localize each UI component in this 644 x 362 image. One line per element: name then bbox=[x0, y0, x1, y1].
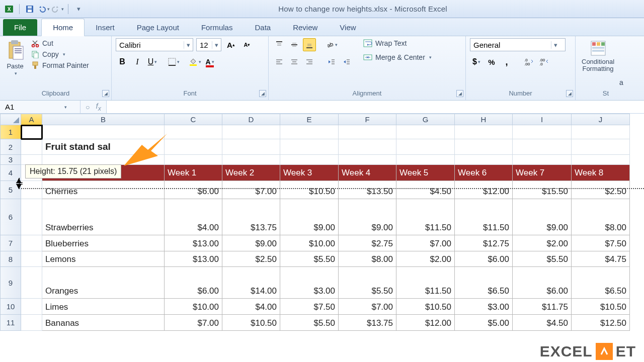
cell-D11[interactable]: $10.50 bbox=[222, 315, 280, 331]
cell-A6[interactable] bbox=[21, 199, 42, 235]
cell-H5[interactable]: $12.00 bbox=[455, 181, 513, 199]
font-size-combo[interactable]: ▾ bbox=[196, 38, 221, 51]
cell-F1[interactable] bbox=[339, 125, 396, 139]
cell-A2[interactable] bbox=[21, 139, 42, 155]
row-header-3[interactable]: 3 bbox=[0, 155, 21, 165]
cell-E9[interactable]: $3.00 bbox=[280, 267, 339, 299]
column-header-D[interactable]: D bbox=[222, 114, 280, 125]
bold-button[interactable]: B bbox=[116, 55, 129, 68]
cell-G11[interactable]: $12.00 bbox=[396, 315, 455, 331]
cell-J5[interactable]: $2.50 bbox=[572, 181, 630, 199]
row-header-7[interactable]: 7 bbox=[0, 235, 21, 251]
cell-J10[interactable]: $10.50 bbox=[572, 299, 630, 315]
format-painter-button[interactable]: Format Painter bbox=[29, 60, 91, 70]
cell-J9[interactable]: $6.50 bbox=[572, 267, 630, 299]
cell-J6[interactable]: $8.00 bbox=[572, 199, 630, 235]
cell-I5[interactable]: $15.50 bbox=[513, 181, 572, 199]
orientation-button[interactable]: ab▾ bbox=[325, 38, 338, 51]
cell-E7[interactable]: $10.00 bbox=[280, 235, 339, 251]
font-name-combo[interactable]: ▾ bbox=[116, 38, 193, 51]
cell-F5[interactable]: $13.50 bbox=[339, 181, 396, 199]
cell-C6[interactable]: $4.00 bbox=[165, 199, 222, 235]
excel-icon[interactable]: X bbox=[3, 3, 15, 15]
cell-C11[interactable]: $7.00 bbox=[165, 315, 222, 331]
cell-G9[interactable]: $11.50 bbox=[396, 267, 455, 299]
cell-F11[interactable]: $13.75 bbox=[339, 315, 396, 331]
row-header-11[interactable]: 11 bbox=[0, 315, 21, 331]
align-right-button[interactable] bbox=[303, 55, 316, 68]
cell-G1[interactable] bbox=[396, 125, 455, 139]
cell-E8[interactable]: $5.50 bbox=[280, 251, 339, 267]
cell-J7[interactable]: $7.50 bbox=[572, 235, 630, 251]
cell-H10[interactable]: $3.00 bbox=[455, 299, 513, 315]
tab-formulas[interactable]: Formulas bbox=[190, 19, 244, 36]
cell-G7[interactable]: $7.00 bbox=[396, 235, 455, 251]
cell-E10[interactable]: $7.50 bbox=[280, 299, 339, 315]
cell-J11[interactable]: $12.50 bbox=[572, 315, 630, 331]
cancel-icon[interactable]: ○ bbox=[86, 103, 90, 111]
cell-E6[interactable]: $9.00 bbox=[280, 199, 339, 235]
cell-I2[interactable] bbox=[513, 139, 572, 155]
chevron-down-icon[interactable]: ▾ bbox=[184, 41, 193, 49]
cell-B5[interactable]: Cherries bbox=[42, 181, 165, 199]
cell-B10[interactable]: Limes bbox=[42, 299, 165, 315]
column-header-J[interactable]: J bbox=[572, 114, 630, 125]
tab-review[interactable]: Review bbox=[282, 19, 329, 36]
cell-D3[interactable] bbox=[222, 155, 280, 165]
row-header-1[interactable]: 1 bbox=[0, 125, 21, 139]
cell-A11[interactable] bbox=[21, 315, 42, 331]
underline-button[interactable]: U▾ bbox=[146, 55, 159, 68]
cell-F8[interactable]: $8.00 bbox=[339, 251, 396, 267]
cell-I10[interactable]: $11.75 bbox=[513, 299, 572, 315]
cell-G10[interactable]: $10.50 bbox=[396, 299, 455, 315]
number-format-combo[interactable]: ▾ bbox=[470, 38, 566, 51]
cell-B7[interactable]: Blueberries bbox=[42, 235, 165, 251]
tab-page-layout[interactable]: Page Layout bbox=[126, 19, 190, 36]
cell-D5[interactable]: $7.00 bbox=[222, 181, 280, 199]
redo-icon[interactable]: ▾ bbox=[52, 3, 64, 15]
grow-font-button[interactable]: A▴ bbox=[224, 38, 237, 51]
alignment-dialog-launcher[interactable]: ◢ bbox=[456, 90, 463, 97]
cell-F4[interactable]: Week 4 bbox=[339, 165, 396, 181]
cell-F6[interactable]: $9.00 bbox=[339, 199, 396, 235]
shrink-font-button[interactable]: A▾ bbox=[240, 38, 254, 51]
tab-home[interactable]: Home bbox=[41, 19, 85, 36]
cell-C7[interactable]: $13.00 bbox=[165, 235, 222, 251]
cell-E4[interactable]: Week 3 bbox=[280, 165, 339, 181]
cell-F2[interactable] bbox=[339, 139, 396, 155]
tab-data[interactable]: Data bbox=[244, 19, 282, 36]
cell-A5[interactable] bbox=[21, 181, 42, 199]
cell-A9[interactable] bbox=[21, 267, 42, 299]
cell-I1[interactable] bbox=[513, 125, 572, 139]
column-header-A[interactable]: A bbox=[21, 114, 42, 125]
increase-indent-button[interactable] bbox=[340, 55, 353, 68]
paste-button[interactable]: Paste ▾ bbox=[4, 38, 26, 77]
cell-J1[interactable] bbox=[572, 125, 630, 139]
cell-B11[interactable]: Bananas bbox=[42, 315, 165, 331]
cell-H7[interactable]: $12.75 bbox=[455, 235, 513, 251]
cell-F7[interactable]: $2.75 bbox=[339, 235, 396, 251]
cell-I11[interactable]: $4.50 bbox=[513, 315, 572, 331]
cell-I8[interactable]: $5.50 bbox=[513, 251, 572, 267]
cell-C5[interactable]: $6.00 bbox=[165, 181, 222, 199]
cell-A8[interactable] bbox=[21, 251, 42, 267]
cell-I9[interactable]: $6.00 bbox=[513, 267, 572, 299]
tab-file[interactable]: File bbox=[3, 19, 37, 36]
font-color-button[interactable]: A ▾ bbox=[203, 55, 216, 68]
chevron-down-icon[interactable]: ▾ bbox=[212, 41, 221, 49]
row-header-6[interactable]: 6 bbox=[0, 199, 21, 235]
cell-F9[interactable]: $5.50 bbox=[339, 267, 396, 299]
conditional-formatting-button[interactable]: Conditional Formatting bbox=[580, 38, 616, 74]
cell-J2[interactable] bbox=[572, 139, 630, 155]
decrease-decimal-button[interactable]: .00.0 bbox=[537, 55, 550, 68]
font-size-input[interactable] bbox=[197, 41, 212, 49]
cell-C10[interactable]: $10.00 bbox=[165, 299, 222, 315]
cell-A7[interactable] bbox=[21, 235, 42, 251]
fill-color-button[interactable]: ▾ bbox=[188, 55, 201, 68]
italic-button[interactable]: I bbox=[131, 55, 144, 68]
cell-D6[interactable]: $13.75 bbox=[222, 199, 280, 235]
cell-D4[interactable]: Week 2 bbox=[222, 165, 280, 181]
cell-C8[interactable]: $13.00 bbox=[165, 251, 222, 267]
cell-E5[interactable]: $10.50 bbox=[280, 181, 339, 199]
cell-D10[interactable]: $4.00 bbox=[222, 299, 280, 315]
